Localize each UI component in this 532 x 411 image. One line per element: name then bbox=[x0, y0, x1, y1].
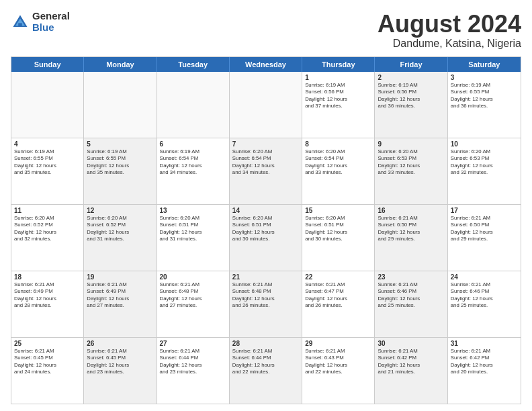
day-info: Sunrise: 6:21 AM Sunset: 6:44 PM Dayligh… bbox=[232, 348, 299, 376]
day-number: 19 bbox=[87, 273, 153, 281]
day-info: Sunrise: 6:19 AM Sunset: 6:55 PM Dayligh… bbox=[87, 148, 153, 177]
day-info: Sunrise: 6:21 AM Sunset: 6:45 PM Dayligh… bbox=[87, 348, 153, 376]
day-number: 6 bbox=[160, 140, 226, 148]
day-number: 1 bbox=[305, 74, 371, 81]
day-info: Sunrise: 6:21 AM Sunset: 6:42 PM Dayligh… bbox=[378, 348, 444, 376]
day-info: Sunrise: 6:20 AM Sunset: 6:52 PM Dayligh… bbox=[87, 215, 153, 243]
day-number: 30 bbox=[378, 340, 444, 347]
logo-icon bbox=[11, 13, 30, 32]
calendar-empty-cell bbox=[84, 72, 157, 138]
calendar-week-row: 11Sunrise: 6:20 AM Sunset: 6:52 PM Dayli… bbox=[11, 204, 521, 271]
day-number: 17 bbox=[451, 207, 518, 214]
logo: General Blue bbox=[11, 11, 70, 33]
calendar-empty-cell bbox=[157, 72, 230, 138]
calendar-day-cell: 15Sunrise: 6:20 AM Sunset: 6:51 PM Dayli… bbox=[302, 205, 375, 271]
subtitle: Dandume, Katsina, Nigeria bbox=[378, 38, 521, 50]
svg-rect-2 bbox=[18, 23, 22, 27]
day-info: Sunrise: 6:21 AM Sunset: 6:48 PM Dayligh… bbox=[160, 281, 226, 310]
calendar-day-cell: 23Sunrise: 6:21 AM Sunset: 6:46 PM Dayli… bbox=[375, 271, 447, 337]
day-info: Sunrise: 6:21 AM Sunset: 6:48 PM Dayligh… bbox=[232, 281, 299, 310]
day-number: 3 bbox=[451, 74, 518, 81]
day-info: Sunrise: 6:21 AM Sunset: 6:50 PM Dayligh… bbox=[451, 215, 518, 243]
calendar-header-day: Monday bbox=[84, 57, 157, 72]
calendar-day-cell: 18Sunrise: 6:21 AM Sunset: 6:49 PM Dayli… bbox=[11, 271, 84, 337]
logo-blue: Blue bbox=[32, 22, 70, 34]
day-number: 4 bbox=[14, 140, 81, 148]
day-number: 12 bbox=[87, 207, 153, 214]
day-number: 13 bbox=[160, 207, 226, 214]
day-number: 25 bbox=[14, 340, 81, 347]
page-header: General Blue August 2024 Dandume, Katsin… bbox=[11, 11, 521, 50]
calendar-day-cell: 14Sunrise: 6:20 AM Sunset: 6:51 PM Dayli… bbox=[230, 205, 302, 271]
day-number: 15 bbox=[305, 207, 371, 214]
day-info: Sunrise: 6:21 AM Sunset: 6:43 PM Dayligh… bbox=[305, 348, 371, 376]
calendar-week-row: 4Sunrise: 6:19 AM Sunset: 6:55 PM Daylig… bbox=[11, 138, 521, 204]
calendar-day-cell: 12Sunrise: 6:20 AM Sunset: 6:52 PM Dayli… bbox=[84, 205, 157, 271]
day-number: 16 bbox=[378, 207, 444, 214]
calendar-day-cell: 25Sunrise: 6:21 AM Sunset: 6:45 PM Dayli… bbox=[11, 338, 84, 404]
calendar-day-cell: 21Sunrise: 6:21 AM Sunset: 6:48 PM Dayli… bbox=[230, 271, 302, 337]
day-number: 9 bbox=[378, 140, 444, 148]
calendar-day-cell: 16Sunrise: 6:21 AM Sunset: 6:50 PM Dayli… bbox=[375, 205, 447, 271]
day-number: 22 bbox=[305, 273, 371, 281]
day-number: 10 bbox=[451, 140, 518, 148]
calendar-day-cell: 30Sunrise: 6:21 AM Sunset: 6:42 PM Dayli… bbox=[375, 338, 447, 404]
calendar-day-cell: 11Sunrise: 6:20 AM Sunset: 6:52 PM Dayli… bbox=[11, 205, 84, 271]
day-info: Sunrise: 6:21 AM Sunset: 6:44 PM Dayligh… bbox=[160, 348, 226, 376]
day-info: Sunrise: 6:19 AM Sunset: 6:55 PM Dayligh… bbox=[451, 82, 518, 110]
calendar-day-cell: 29Sunrise: 6:21 AM Sunset: 6:43 PM Dayli… bbox=[302, 338, 375, 404]
calendar-header-day: Thursday bbox=[302, 57, 375, 72]
day-number: 31 bbox=[451, 340, 518, 347]
day-info: Sunrise: 6:19 AM Sunset: 6:56 PM Dayligh… bbox=[305, 82, 371, 110]
day-info: Sunrise: 6:21 AM Sunset: 6:50 PM Dayligh… bbox=[378, 215, 444, 243]
calendar-day-cell: 31Sunrise: 6:21 AM Sunset: 6:42 PM Dayli… bbox=[448, 338, 521, 404]
logo-general: General bbox=[32, 11, 70, 22]
day-info: Sunrise: 6:21 AM Sunset: 6:49 PM Dayligh… bbox=[14, 281, 81, 310]
calendar-header-day: Sunday bbox=[11, 57, 84, 72]
day-info: Sunrise: 6:20 AM Sunset: 6:53 PM Dayligh… bbox=[378, 148, 444, 177]
calendar-day-cell: 26Sunrise: 6:21 AM Sunset: 6:45 PM Dayli… bbox=[84, 338, 157, 404]
day-number: 28 bbox=[232, 340, 299, 347]
calendar-day-cell: 2Sunrise: 6:19 AM Sunset: 6:56 PM Daylig… bbox=[375, 72, 447, 138]
calendar-header-day: Saturday bbox=[448, 57, 521, 72]
day-info: Sunrise: 6:20 AM Sunset: 6:51 PM Dayligh… bbox=[232, 215, 299, 243]
day-info: Sunrise: 6:20 AM Sunset: 6:54 PM Dayligh… bbox=[232, 148, 299, 177]
calendar-empty-cell bbox=[11, 72, 84, 138]
calendar-day-cell: 6Sunrise: 6:19 AM Sunset: 6:54 PM Daylig… bbox=[157, 138, 230, 204]
calendar-day-cell: 19Sunrise: 6:21 AM Sunset: 6:49 PM Dayli… bbox=[84, 271, 157, 337]
day-number: 21 bbox=[232, 273, 299, 281]
calendar-week-row: 1Sunrise: 6:19 AM Sunset: 6:56 PM Daylig… bbox=[11, 72, 521, 138]
calendar-empty-cell bbox=[230, 72, 302, 138]
calendar-day-cell: 13Sunrise: 6:20 AM Sunset: 6:51 PM Dayli… bbox=[157, 205, 230, 271]
day-number: 5 bbox=[87, 140, 153, 148]
calendar-week-row: 25Sunrise: 6:21 AM Sunset: 6:45 PM Dayli… bbox=[11, 337, 521, 404]
calendar-day-cell: 17Sunrise: 6:21 AM Sunset: 6:50 PM Dayli… bbox=[448, 205, 521, 271]
day-number: 26 bbox=[87, 340, 153, 347]
calendar-day-cell: 8Sunrise: 6:20 AM Sunset: 6:54 PM Daylig… bbox=[302, 138, 375, 204]
calendar-header: SundayMondayTuesdayWednesdayThursdayFrid… bbox=[11, 57, 521, 72]
day-number: 2 bbox=[378, 74, 444, 81]
calendar-day-cell: 27Sunrise: 6:21 AM Sunset: 6:44 PM Dayli… bbox=[157, 338, 230, 404]
day-number: 29 bbox=[305, 340, 371, 347]
day-number: 14 bbox=[232, 207, 299, 214]
calendar-header-day: Tuesday bbox=[157, 57, 230, 72]
day-number: 20 bbox=[160, 273, 226, 281]
calendar-day-cell: 4Sunrise: 6:19 AM Sunset: 6:55 PM Daylig… bbox=[11, 138, 84, 204]
day-number: 23 bbox=[378, 273, 444, 281]
day-number: 8 bbox=[305, 140, 371, 148]
calendar-day-cell: 1Sunrise: 6:19 AM Sunset: 6:56 PM Daylig… bbox=[302, 72, 375, 138]
calendar-header-day: Friday bbox=[375, 57, 447, 72]
day-number: 18 bbox=[14, 273, 81, 281]
day-number: 7 bbox=[232, 140, 299, 148]
calendar-day-cell: 9Sunrise: 6:20 AM Sunset: 6:53 PM Daylig… bbox=[375, 138, 447, 204]
day-info: Sunrise: 6:21 AM Sunset: 6:45 PM Dayligh… bbox=[14, 348, 81, 376]
main-title: August 2024 bbox=[378, 11, 521, 38]
calendar-body: 1Sunrise: 6:19 AM Sunset: 6:56 PM Daylig… bbox=[11, 72, 521, 404]
day-info: Sunrise: 6:21 AM Sunset: 6:46 PM Dayligh… bbox=[451, 281, 518, 310]
calendar-day-cell: 3Sunrise: 6:19 AM Sunset: 6:55 PM Daylig… bbox=[448, 72, 521, 138]
calendar: SundayMondayTuesdayWednesdayThursdayFrid… bbox=[11, 56, 521, 404]
day-number: 11 bbox=[14, 207, 81, 214]
main-container: General Blue August 2024 Dandume, Katsin… bbox=[0, 0, 532, 411]
day-info: Sunrise: 6:20 AM Sunset: 6:52 PM Dayligh… bbox=[14, 215, 81, 243]
calendar-day-cell: 10Sunrise: 6:20 AM Sunset: 6:53 PM Dayli… bbox=[448, 138, 521, 204]
